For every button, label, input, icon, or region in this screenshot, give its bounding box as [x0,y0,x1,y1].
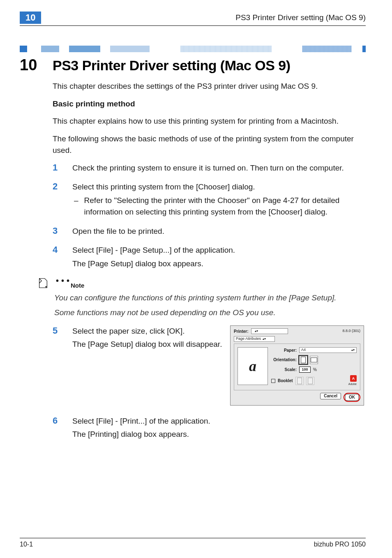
decorative-bar [20,46,366,52]
step-number-4: 4 [53,244,63,255]
note-icon [37,277,49,293]
running-title: PS3 Printer Driver setting (Mac OS 9) [51,13,366,22]
chapter-title: PS3 Printer Driver setting (Mac OS 9) [53,58,291,74]
printer-select[interactable]: ▴▾ [251,328,288,334]
step-number-2: 2 [53,181,63,192]
step-4b: The [Page Setup] dialog box appears. [72,258,364,270]
step-number-1: 1 [53,162,63,173]
driver-version: 8.8.0 (301) [342,328,360,334]
step-number-5: 5 [53,325,63,336]
product-name: bizhub PRO 1050 [314,541,366,548]
section-lead-1: This chapter explains how to use this pr… [53,115,364,127]
step-3: Open the file to be printed. [72,226,364,237]
note-line-2: Some functions may not be used depending… [54,307,364,319]
orientation-portrait-button[interactable] [299,356,307,364]
step-number-6: 6 [53,415,63,426]
note-label: Note [71,281,364,291]
booklet-opt-1 [295,377,304,385]
step-2: Select this printing system from the [Ch… [72,181,364,193]
orientation-label: Orientation: [271,357,297,363]
step-5b: The [Page Setup] dialog box will disappe… [72,339,223,350]
adobe-logo-text: Adobe [348,382,357,387]
orientation-landscape-button[interactable] [310,356,318,364]
booklet-opt-2 [306,377,314,385]
printer-label: Printer: [234,328,249,334]
intro-paragraph: This chapter describes the settings of t… [53,81,364,92]
step-5a: Select the paper size, click [OK]. [72,325,223,337]
booklet-label: Booklet [278,378,293,384]
step-6b: The [Printing] dialog box appears. [72,429,364,440]
step-1: Check the printing system to ensure it i… [72,162,364,174]
paper-label: Paper: [271,347,297,353]
ok-highlight: OK [344,393,360,402]
step-2-sub: Refer to "Selecting the printer with the… [84,195,364,218]
scale-suffix: % [313,367,317,373]
scale-label: Scale: [271,367,297,373]
cancel-button[interactable]: Cancel [320,393,341,399]
paper-select[interactable]: A4▴▾ [299,347,357,353]
chapter-tab: 10 [20,12,41,24]
step-6a: Select [File] - [Print...] of the applic… [72,415,364,427]
adobe-logo-icon: A [350,375,357,382]
section-subhead: Basic printing method [53,98,364,110]
page-preview: a [238,347,268,385]
pane-select[interactable]: Page Attributes▴▾ [234,336,275,342]
step-number-3: 3 [53,226,63,236]
section-lead-2: The following shows the basic methods of… [53,133,364,157]
booklet-checkbox[interactable] [271,379,275,383]
page-setup-screenshot: Printer: ▴▾ 8.8.0 (301) Page Attributes▴… [230,325,364,406]
chapter-number: 10 [20,56,43,74]
ok-button[interactable]: OK [345,394,359,401]
note-line-1: You can configure the functions of this … [54,292,364,304]
scale-input[interactable]: 100 [299,367,311,373]
step-4a: Select [File] - [Page Setup...] of the a… [72,244,364,256]
page-number: 10-1 [20,541,33,548]
